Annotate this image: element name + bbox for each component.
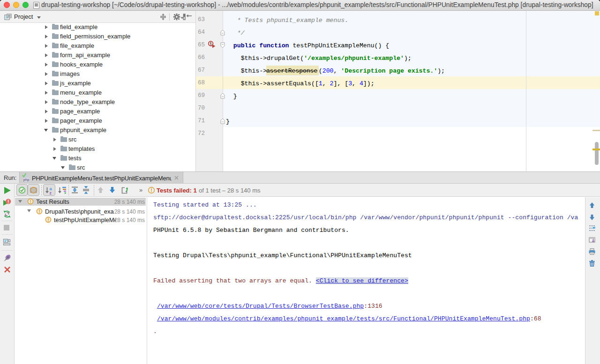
svg-text:z: z xyxy=(50,191,52,195)
svg-text:php: php xyxy=(23,178,30,182)
